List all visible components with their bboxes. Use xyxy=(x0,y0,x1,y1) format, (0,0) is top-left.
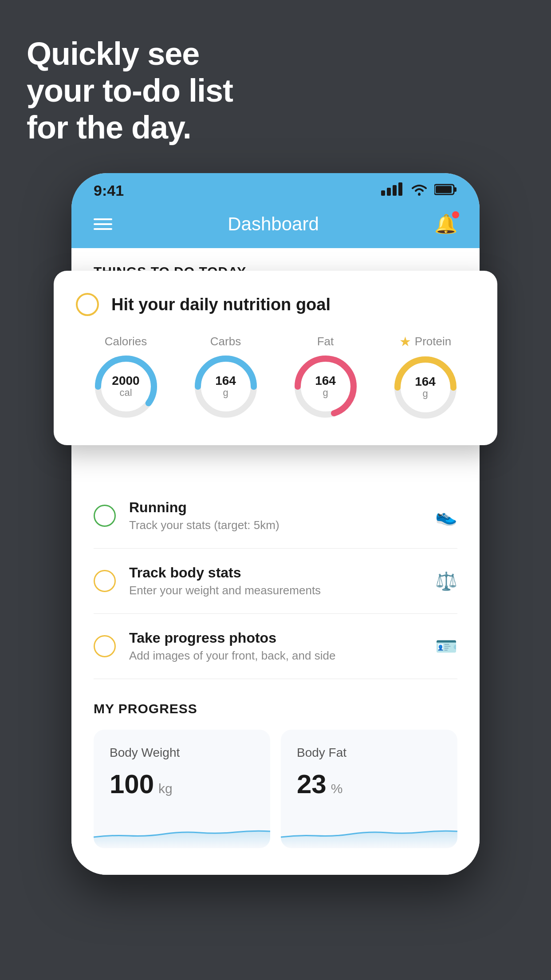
nutrition-item-carbs: Carbs 164 g xyxy=(195,335,257,418)
donut-chart: 164 g xyxy=(394,356,457,419)
todo-title: Take progress photos xyxy=(129,630,422,646)
todo-circle xyxy=(94,635,116,657)
svg-point-4 xyxy=(418,193,421,196)
header-title: Dashboard xyxy=(228,213,319,235)
todo-list: RunningTrack your stats (target: 5km)👟Tr… xyxy=(71,483,480,679)
progress-card-title: Body Fat xyxy=(297,746,441,760)
status-time: 9:41 xyxy=(94,182,124,199)
todo-title: Track body stats xyxy=(129,565,422,581)
todo-item[interactable]: Take progress photosAdd images of your f… xyxy=(94,614,457,679)
svg-rect-0 xyxy=(381,190,385,196)
progress-value: 100 xyxy=(110,769,154,799)
hero-text: Quickly see your to-do list for the day. xyxy=(27,36,233,146)
todo-icon: ⚖️ xyxy=(435,571,457,592)
nutrition-label: Fat xyxy=(317,335,334,348)
svg-rect-1 xyxy=(387,188,391,196)
nutrition-item-protein: ★Protein 164 g xyxy=(394,334,457,419)
battery-icon xyxy=(434,184,457,197)
todo-text: Take progress photosAdd images of your f… xyxy=(129,630,422,663)
hero-line2: your to-do list xyxy=(27,72,233,109)
progress-card-body-weight[interactable]: Body Weight100kg xyxy=(94,730,270,848)
todo-text: RunningTrack your stats (target: 5km) xyxy=(129,499,422,532)
todo-icon: 🪪 xyxy=(435,636,457,657)
notification-dot xyxy=(452,211,459,218)
nutrition-item-fat: Fat 164 g xyxy=(295,335,357,418)
todo-text: Track body statsEnter your weight and me… xyxy=(129,565,422,597)
progress-value-row: 23% xyxy=(297,769,441,799)
nutrition-label: Calories xyxy=(105,335,147,348)
todo-item[interactable]: Track body statsEnter your weight and me… xyxy=(94,549,457,614)
floating-nutrition-card: Hit your daily nutrition goal Calories 2… xyxy=(54,271,497,445)
progress-card-body-fat[interactable]: Body Fat23% xyxy=(281,730,457,848)
nutrition-item-calories: Calories 2000 cal xyxy=(95,335,157,418)
star-icon: ★ xyxy=(399,334,411,349)
card-title: Hit your daily nutrition goal xyxy=(111,295,331,314)
donut-chart: 2000 cal xyxy=(95,356,157,418)
app-header: Dashboard 🔔 xyxy=(71,204,480,248)
nutrition-circles: Calories 2000 cal Carbs 164 g Fat 164 g … xyxy=(76,334,475,419)
signal-icon xyxy=(381,182,404,199)
hero-line3: for the day. xyxy=(27,109,233,146)
progress-section: MY PROGRESS Body Weight100kg Body Fat23% xyxy=(71,679,480,848)
todo-subtitle: Enter your weight and measurements xyxy=(129,584,422,597)
svg-rect-6 xyxy=(454,187,457,192)
wifi-icon xyxy=(409,183,429,198)
status-bar: 9:41 xyxy=(71,173,480,204)
svg-rect-7 xyxy=(436,186,452,193)
progress-value: 23 xyxy=(297,769,327,799)
progress-cards: Body Weight100kg Body Fat23% xyxy=(94,730,457,848)
progress-header: MY PROGRESS xyxy=(94,701,457,716)
donut-chart: 164 g xyxy=(195,356,257,418)
donut-chart: 164 g xyxy=(295,356,357,418)
task-circle-indicator xyxy=(76,293,99,316)
hero-line1: Quickly see xyxy=(27,36,233,72)
progress-unit: kg xyxy=(158,781,173,796)
todo-icon: 👟 xyxy=(435,506,457,526)
progress-unit: % xyxy=(331,781,343,796)
nutrition-label: Carbs xyxy=(210,335,241,348)
nutrition-label: Protein xyxy=(415,335,451,348)
todo-subtitle: Add images of your front, back, and side xyxy=(129,649,422,663)
todo-subtitle: Track your stats (target: 5km) xyxy=(129,518,422,532)
card-title-row: Hit your daily nutrition goal xyxy=(76,293,475,316)
bell-button[interactable]: 🔔 xyxy=(434,213,457,235)
svg-rect-2 xyxy=(393,185,397,196)
todo-item[interactable]: RunningTrack your stats (target: 5km)👟 xyxy=(94,483,457,549)
progress-value-row: 100kg xyxy=(110,769,254,799)
todo-circle xyxy=(94,505,116,527)
status-icons xyxy=(381,182,457,199)
progress-chart xyxy=(94,813,270,848)
todo-circle xyxy=(94,570,116,592)
progress-card-title: Body Weight xyxy=(110,746,254,760)
todo-title: Running xyxy=(129,499,422,516)
hamburger-menu[interactable] xyxy=(94,218,112,230)
svg-rect-3 xyxy=(398,182,402,196)
progress-chart xyxy=(281,813,457,848)
